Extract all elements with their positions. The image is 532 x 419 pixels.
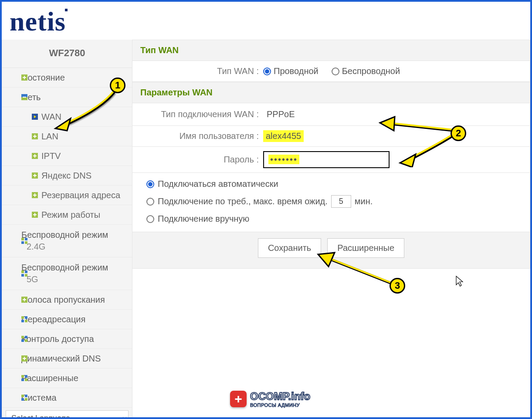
sidebar-item-bandwidth[interactable]: Полоса пропускания [2,290,132,310]
section-wan-params-title: Параметры WAN [132,82,530,103]
annotation-arrow-3 [316,250,399,294]
svg-rect-21 [25,320,27,322]
sidebar-item-advanced[interactable]: Расширенные [2,368,132,388]
annotation-arrow-2b [398,132,459,167]
sidebar-item-ddns[interactable]: Динамический DNS [2,349,132,368]
watermark-main: OCOMP.info [250,390,310,402]
radio-wireless[interactable]: Беспроводной [332,66,400,76]
grid-icon [21,316,27,322]
radio-conn-auto[interactable]: Подключаться автоматически [146,179,522,189]
password-label: Пароль : [132,155,263,165]
sidebar-item-iptv[interactable]: IPTV [2,146,132,166]
sidebar-item-label: Состояние [21,73,65,82]
language-select[interactable]: Select Language [6,410,129,419]
header: netis [2,2,530,40]
svg-rect-25 [25,339,27,342]
username-label: Имя пользователя : [132,131,263,141]
plus-icon [21,297,27,303]
grid-icon [21,375,27,381]
conn-type-label: Тип подключения WAN : [132,109,263,119]
model-title: WF2780 [2,40,132,68]
svg-rect-20 [21,320,24,322]
save-button[interactable]: Сохранить [258,238,321,258]
sidebar-item-label: Полоса пропускания [21,295,105,304]
radio-icon [332,68,339,75]
watermark: + OCOMP.info ВОПРОСЫ АДМИНУ [230,390,310,408]
radio-icon [263,68,271,75]
sidebar-item-wireless-24g[interactable]: Беспроводной режим2.4G [2,225,132,257]
grid-icon [21,270,27,277]
svg-rect-33 [21,398,24,401]
svg-rect-27 [21,375,24,378]
row-password: Пароль : ••••••• [132,147,530,173]
sidebar-item-forwarding[interactable]: Переадресация [2,310,132,329]
minus-icon [21,94,27,100]
sidebar-item-access-control[interactable]: Контроль доступа [2,329,132,349]
svg-rect-13 [21,270,24,273]
radio-conn-manual[interactable]: Подключение вручную [146,214,522,224]
username-input[interactable]: alex4455 [263,130,304,142]
plus-icon [32,212,38,218]
grid-icon [21,395,27,401]
svg-rect-9 [21,238,24,240]
annotation-badge-2: 2 [451,125,466,141]
row-wan-type: Тип WAN : Проводной Беспроводной [132,61,530,82]
radio-icon [146,198,154,206]
section-wan-type-title: Тип WAN [132,40,530,61]
annotation-badge-1: 1 [110,78,125,93]
sidebar-item-label: Беспроводной режим2.4G [21,230,108,251]
plus-icon [32,192,38,198]
svg-rect-28 [25,375,27,378]
row-conn-type: Тип подключения WAN : PPPoE [132,103,530,126]
wan-type-label: Тип WAN : [132,66,263,76]
watermark-sub: ВОПРОСЫ АДМИНУ [250,402,310,408]
radio-conn-demand[interactable]: Подключение по треб., макс. время ожид. … [146,195,522,208]
password-input[interactable]: ••••••• [268,155,299,164]
sidebar-item-system[interactable]: Система [2,388,132,408]
conn-type-value[interactable]: PPPoE [263,108,298,121]
svg-rect-29 [21,378,24,381]
svg-rect-12 [25,241,27,244]
svg-rect-10 [25,238,27,240]
sidebar-item-label: Резервация адреса [41,190,120,200]
sidebar-item-label: Режим работы [41,210,100,220]
plus-icon [32,172,38,179]
cursor-icon [455,275,464,287]
svg-rect-32 [25,395,27,397]
sidebar-item-wireless-5g[interactable]: Беспроводной режим5G [2,257,132,290]
plus-icon [21,355,27,362]
plus-icon [21,74,27,81]
svg-rect-1 [21,94,27,97]
svg-rect-30 [25,378,27,381]
sidebar-item-label: Контроль доступа [21,334,94,344]
grid-icon [21,336,27,342]
svg-rect-19 [25,316,27,319]
svg-rect-22 [21,336,24,338]
plus-icon: + [230,391,247,407]
logo: netis [10,6,66,37]
item-icon [32,114,38,120]
sidebar-item-label: Динамический DNS [21,354,101,363]
plus-icon [32,153,38,159]
svg-rect-24 [21,339,24,342]
radio-wired[interactable]: Проводной [263,66,319,76]
sidebar-item-label: Беспроводной режим5G [21,263,108,284]
radio-icon [146,215,154,223]
svg-rect-23 [25,336,27,338]
sidebar-item-label: Переадресация [21,314,85,324]
svg-rect-14 [25,270,27,273]
svg-rect-18 [21,316,24,319]
svg-rect-34 [25,398,27,401]
sidebar-item-label: Расширенные [21,373,78,383]
sidebar-item-address-reservation[interactable]: Резервация адреса [2,186,132,205]
main-content: Тип WAN Тип WAN : Проводной Беспроводной… [132,40,530,419]
sidebar-item-operation-mode[interactable]: Режим работы [2,205,132,225]
row-username: Имя пользователя : alex4455 [132,126,530,147]
conn-demand-minutes-input[interactable] [331,195,351,208]
sidebar-item-yandex-dns[interactable]: Яндекс DNS [2,166,132,186]
grid-icon [21,238,27,244]
sidebar-item-label: IPTV [41,151,61,161]
svg-rect-31 [21,395,24,397]
sidebar-item-label: Яндекс DNS [41,171,91,180]
plus-icon [32,133,38,139]
